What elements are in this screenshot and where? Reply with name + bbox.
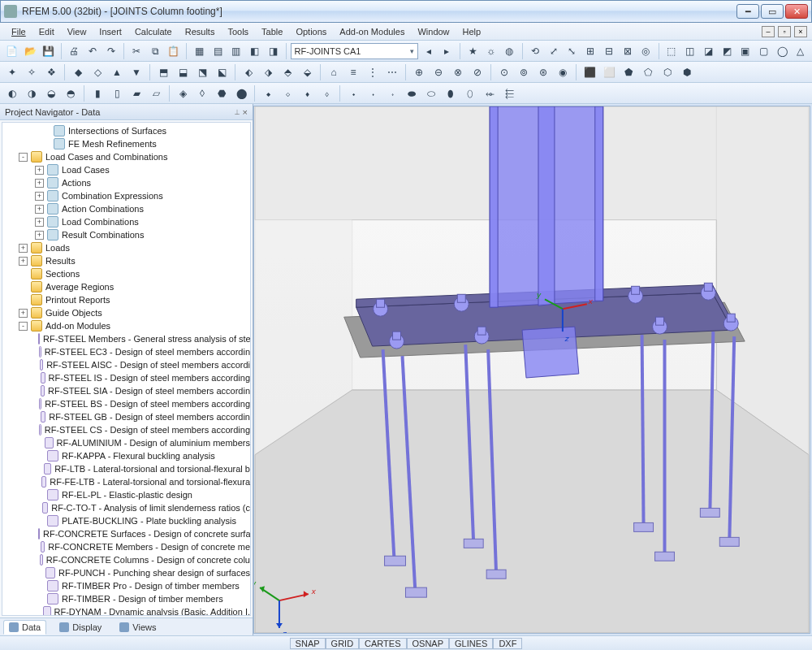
toolbar-icon[interactable]: ▮ (89, 84, 106, 102)
menu-view[interactable]: View (61, 25, 93, 38)
tree-item[interactable]: +Combination Expressions (2, 189, 250, 202)
tree-item[interactable]: RF-STEEL GB - Design of steel members ac… (2, 410, 250, 423)
toolbar-icon[interactable]: ⬕ (213, 63, 231, 81)
tree-item[interactable]: -Add-on Modules (2, 319, 250, 332)
toolbar-icon[interactable]: ⬙ (298, 63, 316, 81)
toolbar-icon[interactable]: ☼ (482, 42, 499, 60)
toolbar-icon[interactable]: △ (792, 42, 809, 60)
tree-item[interactable]: RF-DYNAM - Dynamic analysis (Basic, Addi… (2, 605, 250, 616)
toolbar-icon[interactable]: ▤ (209, 42, 227, 60)
copy-icon[interactable]: ⧉ (147, 42, 164, 60)
toolbar-icon[interactable]: ⋮ (364, 63, 382, 81)
tree-item[interactable]: RF-STEEL IS - Design of steel members ac… (2, 371, 250, 384)
toolbar-icon[interactable]: ⬣ (213, 84, 231, 102)
menu-calculate[interactable]: Calculate (128, 25, 179, 38)
expander-icon[interactable]: + (19, 244, 28, 253)
toolbar-icon[interactable]: ✦ (3, 63, 21, 81)
menu-help[interactable]: Help (456, 25, 488, 38)
menu-addon-modules[interactable]: Add-on Modules (333, 25, 411, 38)
tree-item[interactable]: RF-STEEL SIA - Design of steel members a… (2, 384, 250, 397)
menu-tools[interactable]: Tools (221, 25, 255, 38)
toolbar-icon[interactable]: ⊙ (495, 63, 513, 81)
toolbar-icon[interactable]: ◎ (637, 42, 654, 60)
tree-item[interactable]: Sections (2, 267, 250, 280)
status-pane-glines[interactable]: GLINES (449, 638, 493, 649)
tree-item[interactable]: +Load Cases (2, 163, 250, 176)
tree-item[interactable]: RF-TIMBER Pro - Design of timber members (2, 579, 250, 592)
toolbar-icon[interactable]: ⤢ (545, 42, 562, 60)
status-pane-grid[interactable]: GRID (326, 638, 360, 649)
toolbar-icon[interactable]: ✧ (23, 63, 41, 81)
toolbar-icon[interactable]: ⟲ (527, 42, 544, 60)
tree-item[interactable]: PLATE-BUCKLING - Plate buckling analysis (2, 514, 250, 527)
toolbar-icon[interactable]: ⬜ (600, 63, 618, 81)
menu-results[interactable]: Results (179, 25, 222, 38)
pin-icon[interactable]: ⟂ (235, 107, 240, 116)
toolbar-icon[interactable]: ◓ (62, 84, 80, 102)
toolbar-icon[interactable]: ⬰ (481, 84, 499, 102)
toolbar-icon[interactable]: ◆ (69, 63, 87, 81)
menu-edit[interactable]: Edit (32, 25, 61, 38)
toolbar-icon[interactable]: ⬨ (317, 84, 335, 102)
tree-item[interactable]: RF-CONCRETE Members - Design of concrete… (2, 540, 250, 553)
close-button[interactable]: ✕ (785, 4, 808, 19)
tree-item[interactable]: +Load Combinations (2, 215, 250, 228)
toolbar-icon[interactable]: ⬦ (279, 84, 296, 102)
menu-file[interactable]: File (5, 25, 32, 38)
toolbar-icon[interactable]: ⬛ (581, 63, 598, 81)
toolbar-icon[interactable]: ▢ (755, 42, 772, 60)
menu-window[interactable]: Window (411, 25, 456, 38)
expander-icon[interactable]: + (35, 231, 44, 240)
tree-item[interactable]: RF-C-TO-T - Analysis of limit slendernes… (2, 501, 250, 514)
tree-item[interactable]: +Loads (2, 241, 250, 254)
tab-data[interactable]: Data (3, 620, 46, 635)
toolbar-icon[interactable]: ▯ (108, 84, 126, 102)
mdi-minimize-button[interactable]: – (762, 26, 775, 37)
toolbar-icon[interactable]: ⊠ (619, 42, 636, 60)
toolbar-icon[interactable]: ⬗ (259, 63, 277, 81)
toolbar-icon[interactable]: ▰ (127, 84, 145, 102)
toolbar-icon[interactable]: ⬚ (663, 42, 680, 60)
tree-item[interactable]: RF-FE-LTB - Lateral-torsional and torsio… (2, 475, 250, 488)
3d-viewport[interactable]: x y z x y z (253, 106, 810, 634)
toolbar-icon[interactable]: ◊ (193, 84, 211, 102)
menu-insert[interactable]: Insert (93, 25, 128, 38)
expander-icon[interactable]: + (35, 205, 44, 214)
status-pane-dxf[interactable]: DXF (493, 638, 522, 649)
tree-item[interactable]: RF-STEEL CS - Design of steel members ac… (2, 423, 250, 436)
tab-views[interactable]: Views (114, 621, 161, 634)
tree-item[interactable]: RF-STEEL Members - General stress analys… (2, 332, 250, 345)
expander-icon[interactable]: + (35, 192, 44, 201)
results-combo[interactable]: RF-JOINTS CA1 ▾ (291, 43, 419, 59)
expander-icon[interactable]: + (19, 309, 28, 318)
tree-item[interactable]: RF-STEEL EC3 - Design of steel members a… (2, 345, 250, 358)
toolbar-icon[interactable]: ◇ (89, 63, 106, 81)
toolbar-icon[interactable]: ⬡ (659, 63, 676, 81)
expander-icon[interactable]: + (35, 179, 44, 188)
tree-item[interactable]: RF-LTB - Lateral-torsional and torsional… (2, 462, 250, 475)
toolbar-icon[interactable]: ⬯ (461, 84, 479, 102)
tree-item[interactable]: +Results (2, 254, 250, 267)
expander-icon[interactable]: + (35, 166, 44, 175)
toolbar-icon[interactable]: ◑ (23, 84, 41, 102)
nav-prev-icon[interactable]: ◂ (420, 42, 437, 60)
tree-item[interactable]: RF-TIMBER - Design of timber members (2, 592, 250, 605)
toolbar-icon[interactable]: ⬘ (279, 63, 296, 81)
tree-item[interactable]: RF-ALUMINIUM - Design of aluminium membe… (2, 436, 250, 449)
tree-item[interactable]: +Actions (2, 176, 250, 189)
status-pane-osnap[interactable]: OSNAP (407, 638, 450, 649)
toolbar-icon[interactable]: ⊚ (515, 63, 533, 81)
tree-item[interactable]: Average Regions (2, 280, 250, 293)
toolbar-icon[interactable]: ⬢ (678, 63, 696, 81)
expander-icon[interactable]: + (35, 218, 44, 227)
toolbar-icon[interactable]: ⬥ (259, 84, 277, 102)
expander-icon[interactable]: - (19, 322, 28, 331)
toolbar-icon[interactable]: ⬒ (154, 63, 172, 81)
status-pane-snap[interactable]: SNAP (290, 638, 326, 649)
status-pane-cartes[interactable]: CARTES (359, 638, 406, 649)
tab-display[interactable]: Display (54, 621, 106, 634)
tree-item[interactable]: +Action Combinations (2, 202, 250, 215)
toolbar-icon[interactable]: ⊕ (410, 63, 428, 81)
open-icon[interactable]: 📂 (22, 42, 39, 60)
tree-item[interactable]: -Load Cases and Combinations (2, 150, 250, 163)
